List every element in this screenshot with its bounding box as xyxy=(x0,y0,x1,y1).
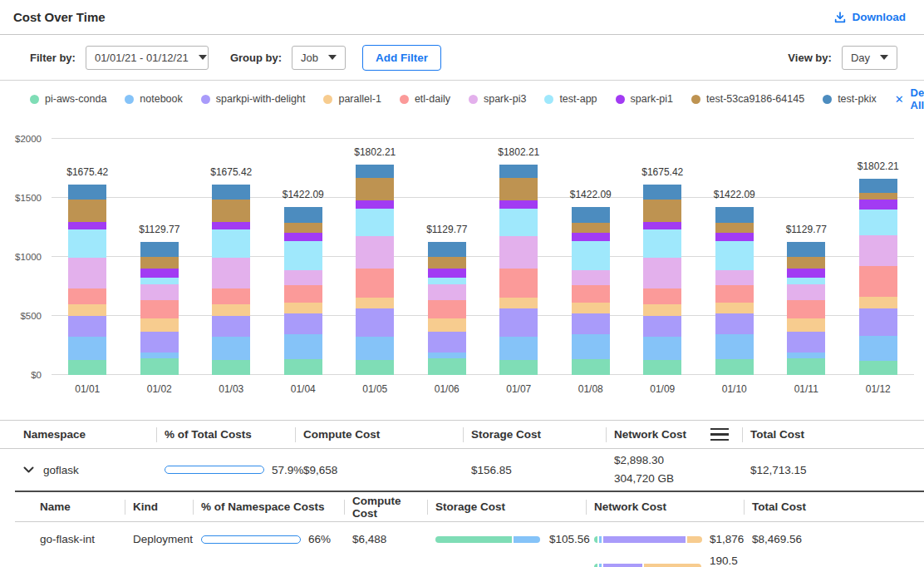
bar-segment-test-53ca9186-64145[interactable] xyxy=(499,178,538,200)
bar-segment-pi-aws-conda[interactable] xyxy=(643,360,681,376)
bar-segment-test-pkix[interactable] xyxy=(643,185,681,200)
bar-segment-spark-pi3[interactable] xyxy=(787,284,825,300)
bar-segment-parallel-1[interactable] xyxy=(428,318,466,332)
bar-segment-notebook[interactable] xyxy=(572,334,610,359)
bar-segment-parallel-1[interactable] xyxy=(499,298,538,308)
bar-segment-sparkpi-with-delight[interactable] xyxy=(572,313,610,334)
bar-segment-sparkpi-with-delight[interactable] xyxy=(356,308,394,337)
bar-segment-pi-aws-conda[interactable] xyxy=(284,359,322,375)
bar-segment-parallel-1[interactable] xyxy=(787,318,825,332)
legend-item-test-pkix[interactable]: test-pkix xyxy=(823,93,877,105)
bar-segment-etl-daily[interactable] xyxy=(715,285,754,303)
bar-segment-test-53ca9186-64145[interactable] xyxy=(715,223,754,233)
bar-segment-etl-daily[interactable] xyxy=(572,285,610,303)
bar-segment-etl-daily[interactable] xyxy=(68,288,106,304)
bar-segment-etl-daily[interactable] xyxy=(499,269,538,298)
bar-segment-spark-pi1[interactable] xyxy=(643,222,681,230)
bar-segment-notebook[interactable] xyxy=(284,334,322,359)
bar-segment-test-app[interactable] xyxy=(140,278,179,285)
bar-segment-etl-daily[interactable] xyxy=(140,300,179,318)
bar-segment-spark-pi1[interactable] xyxy=(68,222,106,230)
legend-item-etl-daily[interactable]: etl-daily xyxy=(400,93,450,105)
bar-segment-parallel-1[interactable] xyxy=(572,303,610,313)
bar-segment-notebook[interactable] xyxy=(715,334,754,359)
bar-segment-test-pkix[interactable] xyxy=(140,242,179,257)
legend-item-notebook[interactable]: notebook xyxy=(125,93,182,105)
legend-item-parallel-1[interactable]: parallel-1 xyxy=(323,93,381,105)
bar-segment-test-53ca9186-64145[interactable] xyxy=(643,200,681,221)
bar-segment-test-app[interactable] xyxy=(787,278,825,285)
bar-segment-test-53ca9186-64145[interactable] xyxy=(284,223,322,233)
bar-segment-test-53ca9186-64145[interactable] xyxy=(787,257,825,269)
bar-segment-spark-pi1[interactable] xyxy=(212,222,250,230)
stacked-bar-01/01[interactable] xyxy=(68,185,106,375)
bar-segment-test-pkix[interactable] xyxy=(212,185,250,200)
bar-segment-spark-pi3[interactable] xyxy=(140,284,179,300)
bar-segment-test-53ca9186-64145[interactable] xyxy=(68,200,106,221)
bar-segment-etl-daily[interactable] xyxy=(859,266,897,297)
bar-segment-test-pkix[interactable] xyxy=(428,242,466,257)
bar-segment-sparkpi-with-delight[interactable] xyxy=(643,316,681,337)
bar-segment-test-53ca9186-64145[interactable] xyxy=(572,223,610,233)
legend-item-spark-pi3[interactable]: spark-pi3 xyxy=(469,93,526,105)
bar-segment-notebook[interactable] xyxy=(212,337,250,360)
bar-segment-spark-pi1[interactable] xyxy=(787,269,825,278)
table-row-goflask[interactable]: goflask 57.9% $9,658 $156.85 $2,898.30 3… xyxy=(0,449,924,491)
bar-segment-test-53ca9186-64145[interactable] xyxy=(859,193,897,200)
bar-segment-sparkpi-with-delight[interactable] xyxy=(859,308,897,336)
bar-segment-test-pkix[interactable] xyxy=(68,185,106,200)
bar-segment-test-pkix[interactable] xyxy=(715,207,754,223)
legend-item-sparkpi-with-delight[interactable]: sparkpi-with-delight xyxy=(201,93,306,105)
bar-segment-test-pkix[interactable] xyxy=(787,242,825,257)
bar-segment-spark-pi1[interactable] xyxy=(499,200,538,209)
bar-segment-parallel-1[interactable] xyxy=(284,303,322,313)
bar-segment-sparkpi-with-delight[interactable] xyxy=(212,316,250,337)
bar-segment-sparkpi-with-delight[interactable] xyxy=(284,313,322,334)
bar-segment-sparkpi-with-delight[interactable] xyxy=(140,332,179,353)
legend-item-spark-pi1[interactable]: spark-pi1 xyxy=(616,93,673,105)
bar-segment-sparkpi-with-delight[interactable] xyxy=(68,316,106,337)
bar-segment-test-pkix[interactable] xyxy=(356,165,394,179)
stacked-bar-01/11[interactable] xyxy=(787,242,825,376)
bar-segment-spark-pi3[interactable] xyxy=(284,270,322,285)
bar-segment-spark-pi1[interactable] xyxy=(428,269,466,278)
download-button[interactable]: Download xyxy=(833,11,907,24)
bar-segment-test-app[interactable] xyxy=(715,241,754,270)
bar-segment-test-app[interactable] xyxy=(572,241,610,270)
bar-segment-test-pkix[interactable] xyxy=(499,165,538,179)
bar-segment-pi-aws-conda[interactable] xyxy=(68,360,106,376)
stacked-bar-01/05[interactable] xyxy=(356,165,394,375)
bar-segment-test-pkix[interactable] xyxy=(572,207,610,223)
bar-segment-pi-aws-conda[interactable] xyxy=(499,360,538,375)
date-range-select[interactable]: 01/01/21 - 01/12/21 xyxy=(86,46,209,70)
bar-segment-test-app[interactable] xyxy=(643,229,681,258)
bar-segment-etl-daily[interactable] xyxy=(428,300,466,318)
chevron-down-icon[interactable] xyxy=(23,466,34,473)
namespace-cell[interactable]: goflask xyxy=(15,464,156,476)
bar-segment-etl-daily[interactable] xyxy=(643,288,681,304)
bar-segment-spark-pi3[interactable] xyxy=(68,258,106,288)
group-by-select[interactable]: Job xyxy=(292,46,346,70)
bar-segment-spark-pi1[interactable] xyxy=(572,233,610,241)
bar-segment-spark-pi3[interactable] xyxy=(212,258,250,288)
bar-segment-test-53ca9186-64145[interactable] xyxy=(140,257,179,269)
bar-segment-parallel-1[interactable] xyxy=(715,303,754,313)
bar-segment-parallel-1[interactable] xyxy=(140,318,179,332)
bar-segment-sparkpi-with-delight[interactable] xyxy=(787,332,825,353)
bar-segment-pi-aws-conda[interactable] xyxy=(428,358,466,375)
bar-segment-spark-pi3[interactable] xyxy=(715,270,754,285)
bar-segment-test-53ca9186-64145[interactable] xyxy=(212,200,250,221)
bar-segment-test-53ca9186-64145[interactable] xyxy=(428,257,466,269)
bar-segment-spark-pi3[interactable] xyxy=(643,258,681,288)
bar-segment-test-app[interactable] xyxy=(428,278,466,285)
bar-segment-sparkpi-with-delight[interactable] xyxy=(715,313,754,334)
bar-segment-notebook[interactable] xyxy=(68,337,106,360)
bar-segment-sparkpi-with-delight[interactable] xyxy=(499,308,538,337)
bar-segment-pi-aws-conda[interactable] xyxy=(212,360,250,376)
stacked-bar-01/02[interactable] xyxy=(140,242,179,376)
add-filter-button[interactable]: Add Filter xyxy=(362,45,441,71)
bar-segment-test-pkix[interactable] xyxy=(859,179,897,193)
bar-segment-pi-aws-conda[interactable] xyxy=(787,358,825,375)
bar-segment-notebook[interactable] xyxy=(356,337,394,359)
bar-segment-etl-daily[interactable] xyxy=(787,300,825,318)
